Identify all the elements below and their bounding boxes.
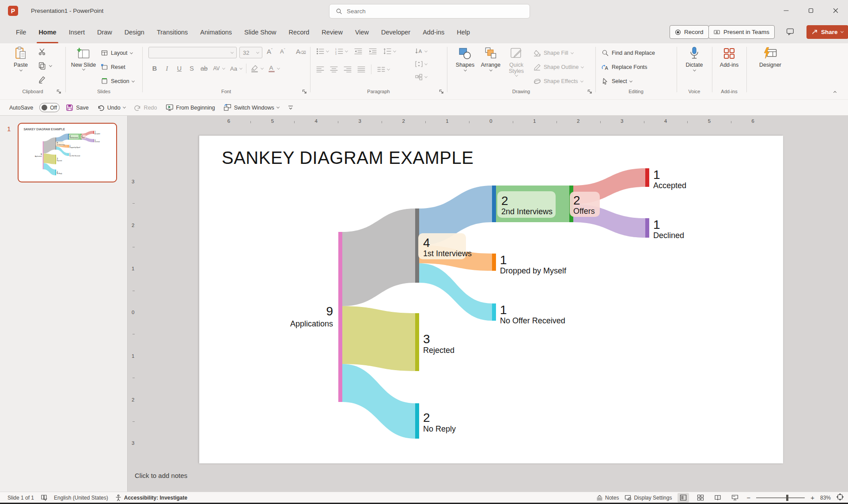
collapse-ribbon-button[interactable] [834,87,836,95]
section-button[interactable]: Section [101,76,134,87]
slide-sorter-view-button[interactable] [695,493,706,503]
sankey-diagram[interactable]: 9Applications41st Interviews3Rejected2No… [199,136,783,463]
zoom-slider-handle[interactable] [786,495,788,501]
redo-button[interactable]: Redo [132,104,159,111]
increase-indent-button[interactable] [369,48,377,55]
text-direction-button[interactable]: A [415,48,427,55]
zoom-out-button[interactable]: − [746,494,750,501]
drawing-dialog-launcher-icon[interactable] [587,89,592,94]
line-spacing-chevron-icon[interactable] [393,49,396,52]
justify-button[interactable] [357,66,365,73]
shape-effects-button[interactable]: Shape Effects [534,76,583,87]
line-spacing-button[interactable] [383,48,391,55]
numbering-chevron-icon[interactable] [345,49,348,52]
language-indicator[interactable]: English (United States) [54,495,108,501]
tab-home[interactable]: Home [32,21,62,43]
highlight-color-chevron-icon[interactable] [261,66,264,69]
normal-view-button[interactable] [678,493,689,503]
underline-button[interactable]: U [173,65,186,72]
zoom-slider[interactable] [756,497,805,498]
columns-button[interactable] [377,66,385,73]
maximize-button[interactable] [799,0,823,21]
change-case-chevron-icon[interactable] [239,66,242,69]
switch-windows-button[interactable]: Switch Windows [221,104,281,111]
zoom-in-button[interactable]: + [810,494,814,501]
search-input[interactable] [347,8,515,15]
tab-view[interactable]: View [349,21,375,43]
decrease-font-size-button[interactable]: Aˇ [280,48,285,55]
replace-fonts-button[interactable]: A Replace Fonts [602,61,647,73]
dictate-button[interactable]: Dictate [682,45,707,72]
notes-placeholder[interactable]: Click to add notes [135,472,187,479]
zoom-level[interactable]: 83% [820,495,831,501]
paragraph-dialog-launcher-icon[interactable] [439,89,444,94]
tab-draw[interactable]: Draw [91,21,118,43]
highlight-color-button[interactable] [250,64,259,72]
clipboard-dialog-launcher-icon[interactable] [57,89,61,94]
slide-indicator[interactable]: Slide 1 of 1 [8,495,34,501]
numbering-button[interactable]: 123 [335,48,343,55]
font-color-button[interactable]: A [268,64,276,72]
increase-font-size-button[interactable]: Aˆ [267,48,273,55]
search-box[interactable] [329,4,530,19]
display-settings-button[interactable]: Display Settings [625,495,672,501]
font-color-chevron-icon[interactable] [277,66,280,69]
close-button[interactable] [823,0,848,21]
tab-help[interactable]: Help [450,21,476,43]
convert-to-smartart-button[interactable] [415,73,427,80]
change-case-button[interactable]: Aa [227,65,240,72]
tab-developer[interactable]: Developer [375,21,416,43]
tab-file[interactable]: File [10,21,32,43]
bold-button[interactable]: B [148,65,161,72]
accessibility-button[interactable]: Accessibility: Investigate [115,494,187,501]
slide-canvas[interactable]: SANKEY DIAGRAM EXAMPLE 9Applications41st… [199,135,783,463]
tab-insert[interactable]: Insert [63,21,91,43]
spell-check-button[interactable] [41,494,47,501]
record-button[interactable]: Record [670,25,709,39]
font-name-combo[interactable] [148,47,237,58]
autosave-toggle[interactable]: Off [39,103,60,112]
select-button[interactable]: Select [602,76,632,87]
shape-fill-button[interactable]: Shape Fill [534,47,573,59]
new-slide-button[interactable]: New Slide [71,45,96,71]
clear-formatting-button[interactable]: A⌫ [296,48,306,55]
designer-button[interactable]: Designer [756,45,784,68]
fit-to-window-button[interactable] [837,493,844,502]
tab-design[interactable]: Design [118,21,151,43]
notes-toggle-button[interactable]: Notes [596,495,619,501]
present-in-teams-button[interactable]: Present in Teams [708,25,775,39]
slide-show-view-button[interactable] [729,493,741,503]
save-button[interactable]: Save [64,104,91,111]
from-beginning-button[interactable]: From Beginning [163,104,217,111]
quick-styles-button[interactable]: Quick Styles [504,45,528,77]
slide-thumbnail[interactable]: SANKEY DIAGRAM EXAMPLE 9Applications41st… [18,123,117,182]
align-text-button[interactable] [415,61,427,68]
copy-chevron-icon[interactable] [49,64,52,67]
tab-slide-show[interactable]: Slide Show [238,21,283,43]
copy-button[interactable] [38,62,46,72]
undo-button[interactable]: Undo [95,104,128,111]
tab-animations[interactable]: Animations [194,21,238,43]
strikethrough-button[interactable]: ab [198,65,210,72]
decrease-indent-button[interactable] [354,48,362,55]
italic-button[interactable]: I [161,65,173,72]
layout-button[interactable]: Layout [101,47,132,59]
bullets-chevron-icon[interactable] [326,49,329,52]
shapes-button[interactable]: Shapes [453,45,477,72]
font-size-combo[interactable]: 32 [239,47,262,58]
arrange-button[interactable]: Arrange [479,45,503,72]
align-left-button[interactable] [316,66,324,73]
character-spacing-chevron-icon[interactable] [222,66,225,69]
text-shadow-button[interactable]: S [186,65,198,72]
font-dialog-launcher-icon[interactable] [302,89,307,94]
minimize-button[interactable] [774,0,799,21]
paste-button[interactable]: Paste [8,45,34,72]
cut-button[interactable] [38,48,46,57]
shape-outline-button[interactable]: Shape Outline [534,61,583,73]
reading-view-button[interactable] [712,493,723,503]
tab-record[interactable]: Record [283,21,316,43]
align-right-button[interactable] [344,66,352,73]
share-button[interactable]: Share [806,25,848,39]
comments-button[interactable] [786,28,795,38]
addins-button[interactable]: Add-ins [716,45,742,68]
